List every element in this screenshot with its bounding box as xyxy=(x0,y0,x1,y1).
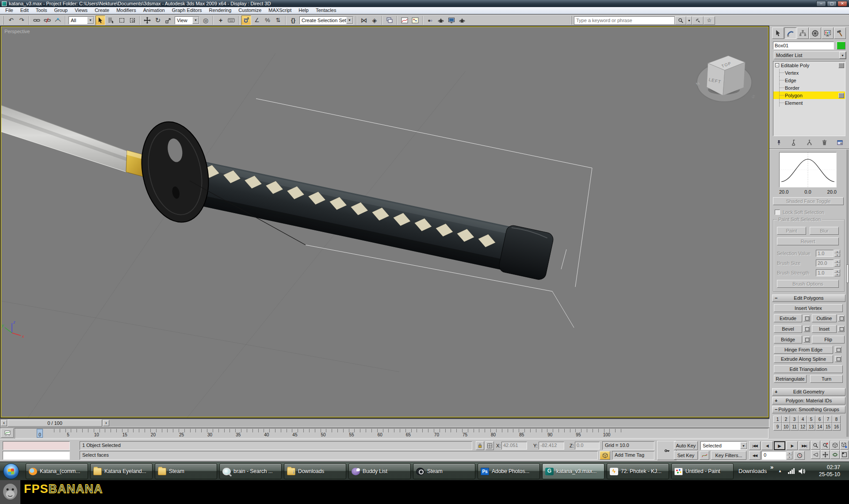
search-button[interactable] xyxy=(675,16,686,25)
play-button[interactable]: ▶ xyxy=(774,441,785,450)
show-hidden-icons-button[interactable]: ▲ xyxy=(778,469,782,473)
named-selection-set-dropdown[interactable]: Create Selection Set▼ xyxy=(299,16,353,24)
next-frame-button[interactable]: › xyxy=(103,420,109,426)
selection-filter-dropdown[interactable]: All▼ xyxy=(69,16,94,24)
go-to-frame-field[interactable]: 0 xyxy=(761,451,786,460)
chevron-down-icon[interactable]: ▼ xyxy=(740,442,747,449)
selection-lock-toggle[interactable] xyxy=(476,441,484,450)
smoothing-groups-rollout-header[interactable]: − Polygon: Smoothing Groups xyxy=(772,406,845,413)
taskbar-button-downloads[interactable]: Downloads xyxy=(284,463,346,479)
maxscript-macro-recorder[interactable] xyxy=(3,441,70,450)
chevron-down-icon[interactable]: ▼ xyxy=(839,52,846,59)
make-unique-button[interactable] xyxy=(803,138,815,147)
set-key-button[interactable]: Set Key xyxy=(674,451,698,460)
rectangular-selection-region-button[interactable] xyxy=(117,15,126,25)
stack-item-polygon[interactable]: Polygon xyxy=(773,92,845,99)
extrude-along-spline-button[interactable]: Extrude Along Spline xyxy=(774,355,833,363)
flip-button[interactable]: Flip xyxy=(812,336,845,344)
smoothing-group-15[interactable]: 15 xyxy=(824,423,832,431)
material-editor-button[interactable]: ●● xyxy=(425,15,435,25)
smoothing-group-10[interactable]: 10 xyxy=(782,423,790,431)
menu-file[interactable]: File xyxy=(2,7,17,14)
pan-view-button[interactable] xyxy=(821,450,830,459)
inset-button[interactable]: Inset xyxy=(812,325,837,333)
arc-rotate-button[interactable] xyxy=(830,450,840,459)
viewcube[interactable]: N S TOP LEFT xyxy=(695,56,756,102)
undo-button[interactable]: ↶ xyxy=(6,15,16,25)
brush-options-button[interactable]: Brush Options xyxy=(777,280,839,288)
edit-triangulation-button[interactable]: Edit Triangulation xyxy=(774,365,843,373)
material-ids-rollout-header[interactable]: + Polygon: Material IDs xyxy=(772,397,845,405)
taskbar-button-72-photek-kj-[interactable]: ϟ72. Photek - KJ... xyxy=(607,463,669,479)
maximize-viewport-toggle[interactable] xyxy=(840,450,849,459)
zoom-all-button[interactable] xyxy=(821,441,830,450)
window-crossing-toggle[interactable] xyxy=(127,15,137,25)
menu-edit[interactable]: Edit xyxy=(17,7,32,14)
taskbar-button-brain-search-[interactable]: brain - Search ... xyxy=(219,463,282,479)
scrollbar-thumb[interactable] xyxy=(846,264,849,283)
perspective-viewport[interactable]: Perspective z x y N S TOP xyxy=(1,27,769,417)
redo-button[interactable]: ↷ xyxy=(17,15,27,25)
toolbar-grip[interactable] xyxy=(3,16,4,25)
smoothing-group-16[interactable]: 16 xyxy=(832,423,841,431)
smoothing-group-3[interactable]: 3 xyxy=(790,416,799,423)
search-options-dropdown[interactable]: ▼ xyxy=(686,16,692,25)
key-filters-button[interactable]: Key Filters... xyxy=(711,451,746,460)
tab-hierarchy[interactable] xyxy=(797,27,809,39)
tab-modify[interactable] xyxy=(784,27,796,39)
modifier-list-dropdown[interactable]: Modifier List ▼ xyxy=(774,51,846,59)
menu-tools[interactable]: Tools xyxy=(32,7,51,14)
tray-toolbar-label[interactable]: Downloads xyxy=(738,468,767,474)
auto-key-button[interactable]: Auto Key xyxy=(674,441,698,450)
spinner-snap-button[interactable]: ⇅ xyxy=(273,15,283,25)
chevron-more-icon[interactable]: » xyxy=(770,464,773,470)
viewport-label[interactable]: Perspective xyxy=(4,29,30,34)
menu-customize[interactable]: Customize xyxy=(235,7,265,14)
menu-modifiers[interactable]: Modifiers xyxy=(113,7,140,14)
reference-coordinate-dropdown[interactable]: View▼ xyxy=(175,16,199,24)
brush-strength-spinner[interactable]: ▲▼ xyxy=(834,269,840,276)
smoothing-group-5[interactable]: 5 xyxy=(807,416,815,423)
chevron-down-icon[interactable]: ▼ xyxy=(192,17,199,24)
object-color-swatch[interactable] xyxy=(837,42,845,50)
edit-named-selection-sets-button[interactable]: {} xyxy=(288,15,298,25)
percent-snap-button[interactable]: % xyxy=(263,15,272,25)
absolute-mode-toggle[interactable] xyxy=(486,441,494,450)
stack-row-icon[interactable] xyxy=(838,93,844,98)
select-and-link-button[interactable] xyxy=(32,15,42,25)
bevel-button[interactable]: Bevel xyxy=(774,325,802,333)
brush-size-spinner[interactable]: ▲▼ xyxy=(834,260,840,267)
edit-polygons-rollout-header[interactable]: − Edit Polygons xyxy=(772,294,845,302)
modifier-stack[interactable]: − Editable Poly VertexEdgeBorderPolygonE… xyxy=(773,61,845,136)
select-and-move-button[interactable] xyxy=(142,15,152,25)
z-coordinate-field[interactable]: 0.0 xyxy=(575,442,600,450)
panel-scrollbar[interactable] xyxy=(846,149,849,437)
select-by-name-button[interactable] xyxy=(106,15,116,25)
smoothing-group-6[interactable]: 6 xyxy=(815,416,824,423)
select-and-rotate-button[interactable]: ↻ xyxy=(153,15,163,25)
chevron-down-icon[interactable]: ▼ xyxy=(87,17,94,24)
mirror-button[interactable]: ⋈ xyxy=(359,15,369,25)
stack-item-border[interactable]: Border xyxy=(773,84,845,92)
paint-button[interactable]: Paint xyxy=(777,227,806,235)
key-mode-toggle-button[interactable]: ◀◀ xyxy=(749,451,761,460)
field-of-view-button[interactable] xyxy=(811,450,820,459)
maxscript-mini-listener[interactable] xyxy=(3,451,70,460)
menu-tentacles[interactable]: Tentacles xyxy=(312,7,340,14)
tab-utilities[interactable] xyxy=(834,27,846,39)
smoothing-group-11[interactable]: 11 xyxy=(790,423,799,431)
go-to-start-button[interactable]: |◀◀ xyxy=(749,441,761,450)
key-mode-dropdown[interactable]: Selected ▼ xyxy=(700,441,747,450)
stack-item-edge[interactable]: Edge xyxy=(773,76,845,84)
tab-display[interactable] xyxy=(822,27,834,39)
stack-row-icon[interactable] xyxy=(838,63,844,68)
selection-value-spinner[interactable]: ▲▼ xyxy=(834,250,840,257)
stack-item-editable-poly[interactable]: − Editable Poly xyxy=(773,61,845,69)
inset-settings-button[interactable] xyxy=(838,326,845,332)
angle-snap-button[interactable]: ∠ xyxy=(252,15,262,25)
menu-views[interactable]: Views xyxy=(71,7,91,14)
brush-size-field[interactable]: 20.0 xyxy=(816,260,834,267)
previous-frame-playback-button[interactable]: ◀| xyxy=(761,441,773,450)
hinge-settings-button[interactable] xyxy=(835,347,841,353)
default-in-out-tangents-button[interactable] xyxy=(700,451,709,460)
